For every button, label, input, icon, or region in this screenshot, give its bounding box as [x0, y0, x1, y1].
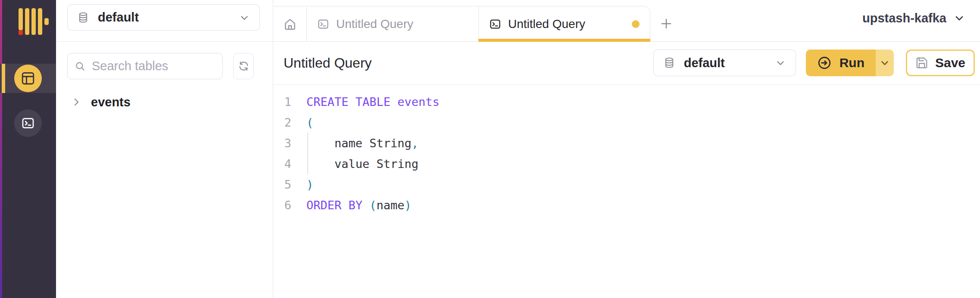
chevron-right-icon [71, 97, 81, 107]
add-tab-button[interactable] [660, 17, 673, 30]
search-icon [75, 61, 86, 72]
code-line[interactable]: 3 name String, [273, 133, 980, 153]
run-split-button: Run [806, 50, 894, 76]
line-number: 1 [273, 95, 291, 109]
database-select-value: default [684, 56, 725, 70]
save-icon [915, 56, 928, 69]
plus-icon [660, 17, 673, 30]
rail-item-queries[interactable] [0, 109, 56, 138]
line-number: 3 [273, 137, 291, 150]
rail-active-indicator [2, 64, 5, 93]
save-button-label: Save [935, 56, 965, 70]
line-number: 6 [273, 199, 291, 212]
service-select[interactable]: upstash-kafka [862, 5, 965, 31]
toolbar-controls: default [653, 50, 975, 76]
arrow-right-circle-icon [817, 56, 832, 70]
terminal-icon [489, 18, 501, 30]
chevron-down-icon [239, 12, 250, 23]
tab-untitled-query-1[interactable]: Untitled Query [307, 6, 479, 41]
code-line[interactable]: 1CREATE TABLE events [273, 91, 980, 112]
table-row-events[interactable]: events [56, 93, 273, 112]
database-select-value: default [98, 10, 139, 25]
line-number: 5 [273, 178, 291, 191]
sql-editor[interactable]: 1CREATE TABLE events2(3 name String,4 va… [273, 85, 980, 215]
tab-bar: Untitled Query Untitled Query [273, 0, 980, 42]
chevron-down-icon [953, 12, 965, 24]
code-line-content: name String, [306, 137, 418, 150]
tab-strip: Untitled Query Untitled Query [273, 6, 650, 41]
main-content: Untitled Query Untitled Query [273, 0, 980, 298]
database-icon [77, 12, 89, 24]
refresh-tables-button[interactable] [233, 53, 254, 79]
terminal-icon [21, 116, 35, 130]
rail-gradient-stripe [0, 0, 2, 298]
chevron-down-icon [879, 57, 890, 68]
query-title: Untitled Query [284, 42, 372, 84]
tab-label: Untitled Query [508, 17, 585, 31]
search-tables-input[interactable] [92, 59, 215, 73]
tab-label: Untitled Query [336, 17, 413, 31]
app-window: default [0, 0, 980, 298]
tables-button [14, 65, 42, 92]
code-line-content: ( [306, 116, 313, 129]
code-line[interactable]: 5) [273, 174, 980, 195]
refresh-icon [238, 60, 250, 72]
code-line-content: ORDER BY (name) [306, 199, 412, 212]
line-number: 2 [273, 116, 291, 129]
tab-untitled-query-2[interactable]: Untitled Query [479, 6, 650, 41]
database-icon [663, 57, 675, 69]
code-line-content: CREATE TABLE events [306, 95, 440, 109]
database-select[interactable]: default [67, 4, 260, 31]
line-number: 4 [273, 157, 291, 171]
search-tables-box [67, 53, 223, 79]
nav-rail [0, 0, 56, 298]
table-name: events [91, 95, 131, 109]
chevron-down-icon [775, 57, 786, 68]
run-button[interactable]: Run [806, 50, 876, 76]
layout-icon [21, 71, 35, 86]
service-name: upstash-kafka [862, 11, 946, 25]
tables-panel-header: default [56, 0, 273, 42]
tab-home[interactable] [273, 6, 307, 41]
home-icon [284, 18, 296, 31]
code-line-content: value String [306, 157, 418, 171]
run-options-button[interactable] [876, 50, 894, 76]
run-button-label: Run [840, 56, 865, 70]
code-line[interactable]: 6ORDER BY (name) [273, 195, 980, 215]
rail-item-tables[interactable] [0, 64, 56, 93]
code-lines: 1CREATE TABLE events2(3 name String,4 va… [273, 91, 980, 215]
unsaved-changes-dot [632, 20, 640, 28]
terminal-icon [317, 18, 329, 30]
tables-panel: default [56, 0, 273, 298]
clickhouse-logo-icon[interactable] [19, 8, 49, 35]
code-line[interactable]: 2( [273, 112, 980, 133]
save-button[interactable]: Save [906, 50, 975, 76]
code-line-content: ) [306, 178, 313, 191]
queries-button [14, 109, 42, 137]
query-toolbar: Untitled Query default [273, 42, 980, 85]
code-line[interactable]: 4 value String [273, 153, 980, 174]
database-select-toolbar[interactable]: default [653, 50, 796, 76]
